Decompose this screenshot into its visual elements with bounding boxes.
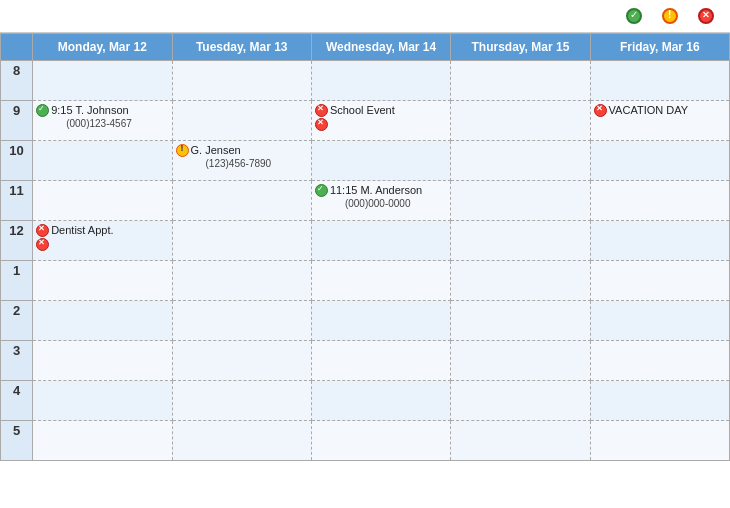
unavailable-extra-icon <box>36 238 49 251</box>
time-cell: 1 <box>1 261 33 301</box>
table-row: 4 <box>1 381 730 421</box>
unconfirmed-icon <box>662 8 678 24</box>
event-title: 11:15 M. Anderson <box>330 183 422 197</box>
day-header-5: Friday, Mar 16 <box>590 34 729 61</box>
event-entry: 9:15 T. Johnson(000)123-4567 <box>36 103 168 130</box>
event-entry: Dentist Appt. <box>36 223 168 237</box>
day-header-3: Wednesday, Mar 14 <box>311 34 450 61</box>
event-title: VACATION DAY <box>609 103 688 117</box>
day-cell[interactable] <box>33 381 172 421</box>
day-cell[interactable] <box>172 261 311 301</box>
event-phone: (000)123-4567 <box>66 117 132 130</box>
day-cell[interactable] <box>172 61 311 101</box>
day-cell[interactable] <box>590 141 729 181</box>
day-cell[interactable] <box>451 421 590 461</box>
day-cell[interactable] <box>451 261 590 301</box>
day-cell[interactable] <box>451 141 590 181</box>
time-header <box>1 34 33 61</box>
day-cell[interactable] <box>33 421 172 461</box>
day-cell[interactable] <box>311 381 450 421</box>
day-cell[interactable] <box>311 141 450 181</box>
event-entry: 11:15 M. Anderson(000)000-0000 <box>315 183 447 210</box>
day-cell[interactable] <box>451 381 590 421</box>
day-cell[interactable] <box>590 341 729 381</box>
extra-icon <box>36 237 168 251</box>
calendar-table: Monday, Mar 12Tuesday, Mar 13Wednesday, … <box>0 33 730 461</box>
day-cell[interactable]: 11:15 M. Anderson(000)000-0000 <box>311 181 450 221</box>
day-cell[interactable] <box>311 301 450 341</box>
unavailable-extra-icon <box>315 118 328 131</box>
day-cell[interactable] <box>172 381 311 421</box>
day-cell[interactable] <box>311 221 450 261</box>
event-title: G. Jensen <box>191 143 272 157</box>
time-cell: 9 <box>1 101 33 141</box>
unavailable-event-icon <box>594 104 607 117</box>
day-cell[interactable] <box>33 181 172 221</box>
day-cell[interactable] <box>172 101 311 141</box>
day-cell[interactable] <box>33 61 172 101</box>
event-entry: School Event <box>315 103 447 117</box>
day-cell[interactable] <box>451 101 590 141</box>
legend <box>626 8 718 24</box>
day-cell[interactable] <box>33 301 172 341</box>
day-cell[interactable] <box>311 341 450 381</box>
table-row: 10G. Jensen(123)456-7890 <box>1 141 730 181</box>
event-entry: G. Jensen(123)456-7890 <box>176 143 308 170</box>
day-cell[interactable] <box>590 181 729 221</box>
time-cell: 12 <box>1 221 33 261</box>
day-cell[interactable] <box>172 341 311 381</box>
confirmed-event-icon <box>36 104 49 117</box>
confirmed-icon <box>626 8 642 24</box>
day-cell[interactable] <box>451 341 590 381</box>
legend-unconfirmed <box>662 8 682 24</box>
time-cell: 10 <box>1 141 33 181</box>
day-cell[interactable] <box>590 61 729 101</box>
day-cell[interactable]: G. Jensen(123)456-7890 <box>172 141 311 181</box>
table-row: 1111:15 M. Anderson(000)000-0000 <box>1 181 730 221</box>
confirmed-event-icon <box>315 184 328 197</box>
event-title: School Event <box>330 103 395 117</box>
day-cell[interactable] <box>172 221 311 261</box>
day-cell[interactable]: School Event <box>311 101 450 141</box>
day-cell[interactable] <box>590 381 729 421</box>
day-cell[interactable] <box>33 261 172 301</box>
day-cell[interactable] <box>590 421 729 461</box>
table-row: 2 <box>1 301 730 341</box>
day-cell[interactable] <box>33 341 172 381</box>
header <box>0 0 730 33</box>
table-row: 12Dentist Appt. <box>1 221 730 261</box>
day-cell[interactable] <box>311 421 450 461</box>
time-cell: 8 <box>1 61 33 101</box>
unavailable-icon <box>698 8 714 24</box>
day-cell[interactable]: Dentist Appt. <box>33 221 172 261</box>
day-cell[interactable] <box>590 221 729 261</box>
event-title: Dentist Appt. <box>51 223 113 237</box>
extra-icon <box>315 117 447 131</box>
unavailable-event-icon <box>315 104 328 117</box>
time-cell: 11 <box>1 181 33 221</box>
event-phone: (000)000-0000 <box>345 197 422 210</box>
day-cell[interactable] <box>33 141 172 181</box>
day-cell[interactable] <box>172 301 311 341</box>
time-cell: 5 <box>1 421 33 461</box>
event-title: 9:15 T. Johnson <box>51 103 132 117</box>
day-cell[interactable] <box>451 301 590 341</box>
day-cell[interactable] <box>451 221 590 261</box>
day-cell[interactable] <box>590 301 729 341</box>
day-cell[interactable]: VACATION DAY <box>590 101 729 141</box>
day-header-4: Thursday, Mar 15 <box>451 34 590 61</box>
day-cell[interactable] <box>451 61 590 101</box>
time-cell: 4 <box>1 381 33 421</box>
unconfirmed-event-icon <box>176 144 189 157</box>
day-cell[interactable] <box>172 181 311 221</box>
table-row: 99:15 T. Johnson(000)123-4567School Even… <box>1 101 730 141</box>
day-cell[interactable]: 9:15 T. Johnson(000)123-4567 <box>33 101 172 141</box>
day-cell[interactable] <box>451 181 590 221</box>
day-cell[interactable] <box>311 261 450 301</box>
time-cell: 2 <box>1 301 33 341</box>
table-row: 1 <box>1 261 730 301</box>
table-row: 3 <box>1 341 730 381</box>
day-cell[interactable] <box>311 61 450 101</box>
day-cell[interactable] <box>590 261 729 301</box>
day-cell[interactable] <box>172 421 311 461</box>
